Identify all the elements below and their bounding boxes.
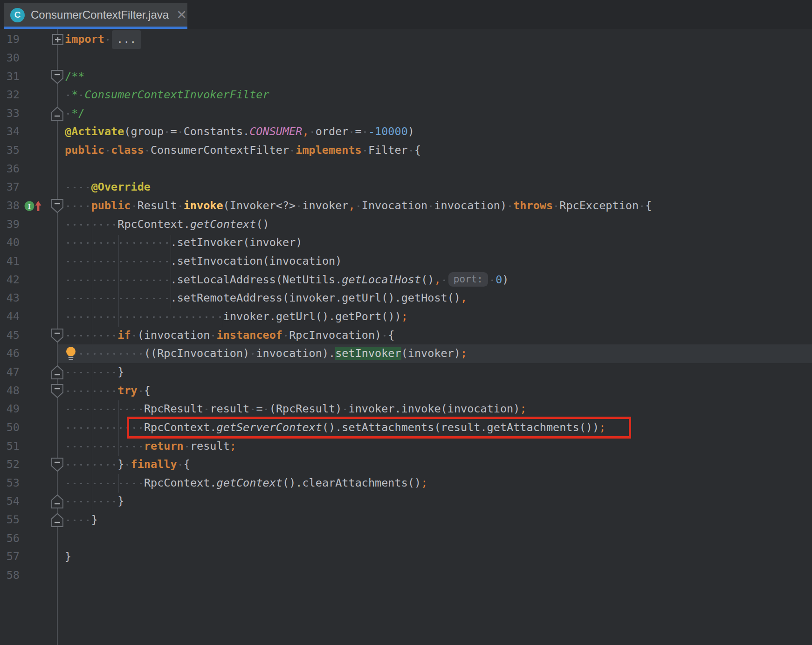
whitespace-dot	[553, 199, 559, 212]
tab-close-icon[interactable]: ✕	[176, 9, 187, 21]
line-number[interactable]: 51	[0, 437, 20, 456]
line-number[interactable]: 55	[0, 511, 20, 529]
line-number[interactable]: 30	[0, 49, 20, 68]
code-text[interactable]: invoker.getUrl().getPort());	[65, 308, 408, 326]
code-text[interactable]: import ...	[65, 30, 141, 49]
code-text[interactable]: }	[65, 492, 124, 511]
code-editor[interactable]: 19import ...3031/**32 * ConsumerContextI…	[0, 29, 812, 645]
code-token: result	[210, 402, 249, 415]
line-number[interactable]: 46	[0, 344, 20, 363]
line-number[interactable]: 56	[0, 529, 20, 548]
whitespace-dot	[117, 421, 124, 434]
tab-consumercontextfilter[interactable]: C ConsumerContextFilter.java ✕	[4, 3, 187, 27]
fold-marker-icon[interactable]	[51, 458, 63, 473]
intention-bulb-icon[interactable]	[65, 346, 76, 364]
line-number[interactable]: 54	[0, 492, 20, 511]
line-number[interactable]: 35	[0, 141, 20, 160]
line-number[interactable]: 52	[0, 455, 20, 474]
code-text[interactable]: return result;	[65, 437, 236, 456]
code-text[interactable]: @Activate(group = Constants.CONSUMER, or…	[65, 123, 414, 141]
fold-marker-icon[interactable]	[51, 513, 63, 529]
whitespace-dot	[84, 254, 91, 268]
code-text[interactable]: }	[65, 511, 98, 529]
whitespace-dot	[117, 236, 124, 249]
line-number[interactable]: 33	[0, 104, 20, 123]
code-text[interactable]: RpcContext.getContext()	[65, 215, 269, 234]
line-number[interactable]: 49	[0, 400, 20, 419]
whitespace-dot	[117, 254, 124, 268]
code-line: 56	[0, 529, 812, 548]
line-number[interactable]: 39	[0, 215, 20, 234]
whitespace-dot	[91, 254, 98, 268]
line-number[interactable]: 43	[0, 289, 20, 308]
code-token: ()	[421, 273, 434, 286]
code-line: 19import ...	[0, 30, 812, 49]
line-number[interactable]: 31	[0, 68, 20, 86]
line-number[interactable]: 34	[0, 123, 20, 141]
whitespace-dot	[124, 439, 131, 453]
whitespace-dot	[98, 439, 104, 453]
line-number[interactable]: 53	[0, 474, 20, 493]
code-text[interactable]: .setInvocation(invocation)	[65, 252, 342, 271]
code-text[interactable]: }	[65, 548, 71, 566]
code-token: (invocation	[138, 329, 210, 342]
line-number[interactable]: 44	[0, 308, 20, 326]
whitespace-dot	[138, 384, 144, 397]
line-number[interactable]: 41	[0, 252, 20, 271]
code-text[interactable]: public Result invoke(Invoker<?> invoker,…	[65, 197, 652, 215]
overrides-method-icon[interactable]: I	[24, 199, 44, 215]
code-text[interactable]: @Override	[65, 178, 151, 197]
code-text[interactable]: try {	[65, 382, 151, 400]
whitespace-dot	[348, 125, 355, 138]
whitespace-dot	[164, 273, 170, 286]
fold-marker-icon[interactable]	[51, 107, 63, 123]
whitespace-dot	[65, 218, 71, 231]
line-number[interactable]: 19	[0, 30, 20, 49]
code-token: Filter	[368, 144, 408, 157]
code-text[interactable]: .setRemoteAddress(invoker.getUrl().getHo…	[65, 289, 467, 308]
fold-expand-icon[interactable]	[52, 34, 63, 47]
line-number[interactable]: 36	[0, 160, 20, 178]
line-number[interactable]: 38	[0, 197, 20, 215]
line-number[interactable]: 45	[0, 326, 20, 345]
line-number[interactable]: 50	[0, 419, 20, 437]
code-line: 46 ((RpcInvocation) invocation).setInvok…	[0, 344, 812, 363]
fold-marker-icon[interactable]	[51, 199, 63, 215]
whitespace-dot	[65, 476, 71, 489]
code-text[interactable]: ((RpcInvocation) invocation).setInvoker(…	[65, 344, 467, 363]
annotation-red-box	[127, 417, 631, 439]
code-token: invoker.invoke(invocation)	[349, 402, 520, 415]
code-text[interactable]: */	[65, 104, 84, 123]
code-text[interactable]: RpcResult result = (RpcResult) invoker.i…	[65, 400, 527, 419]
code-text[interactable]: RpcContext.getContext().clearAttachments…	[65, 474, 427, 493]
line-number[interactable]: 42	[0, 271, 20, 289]
line-number[interactable]: 58	[0, 566, 20, 585]
whitespace-dot	[91, 458, 98, 471]
line-number[interactable]: 32	[0, 86, 20, 104]
line-number[interactable]: 40	[0, 233, 20, 252]
whitespace-dot	[84, 236, 91, 249]
code-text[interactable]: }	[65, 363, 124, 382]
fold-marker-icon[interactable]	[51, 494, 63, 510]
fold-marker-icon[interactable]	[51, 70, 63, 86]
code-text[interactable]: public class ConsumerContextFilter imple…	[65, 141, 421, 160]
line-number[interactable]: 47	[0, 363, 20, 382]
fold-marker-icon[interactable]	[51, 384, 63, 400]
whitespace-dot	[91, 273, 98, 286]
fold-marker-icon[interactable]	[51, 329, 63, 344]
code-text[interactable]: } finally {	[65, 455, 190, 474]
code-text[interactable]: if (invocation instanceof RpcInvocation)…	[65, 326, 395, 345]
code-text[interactable]: .setLocalAddress(NetUtils.getLocalHost()…	[65, 271, 509, 289]
whitespace-dot	[131, 199, 138, 212]
whitespace-dot	[84, 513, 91, 526]
whitespace-dot	[78, 329, 84, 342]
line-number[interactable]: 57	[0, 548, 20, 566]
inlay-hint-port[interactable]: port:	[448, 272, 488, 287]
code-text[interactable]: .setInvoker(invoker)	[65, 233, 302, 252]
line-number[interactable]: 37	[0, 178, 20, 197]
folded-imports-placeholder[interactable]: ...	[112, 30, 141, 49]
line-number[interactable]: 48	[0, 382, 20, 400]
code-text[interactable]: * ConsumerContextInvokerFilter	[65, 86, 269, 104]
code-text[interactable]: /**	[65, 68, 84, 86]
fold-marker-icon[interactable]	[51, 365, 63, 381]
